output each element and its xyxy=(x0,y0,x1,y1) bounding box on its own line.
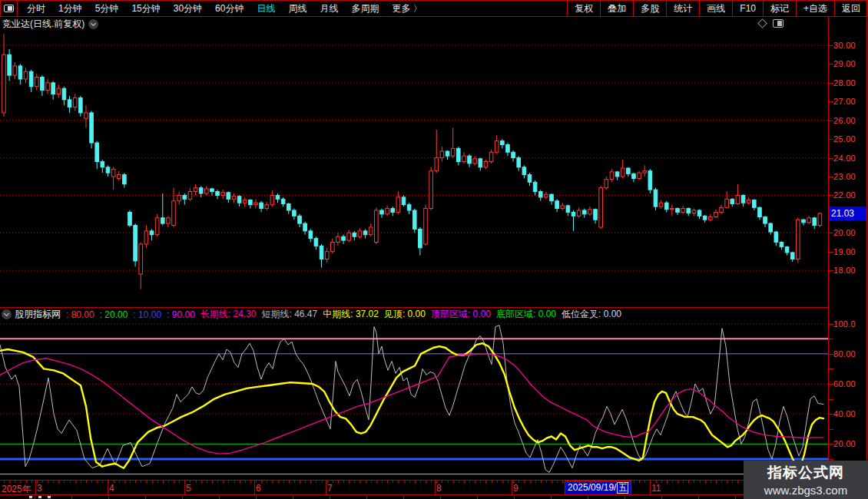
bar-tick xyxy=(152,481,153,483)
bar-tick xyxy=(574,481,575,483)
bar-tick xyxy=(601,481,601,483)
price-axis-label: 29.00 xyxy=(833,59,856,68)
clipped-tick xyxy=(330,496,330,499)
title-dropdown-button[interactable] xyxy=(88,19,98,29)
menu-item-tool-6[interactable]: 标记 xyxy=(763,1,796,16)
bar-tick xyxy=(678,481,678,483)
candlestick-chart[interactable] xyxy=(0,31,828,307)
bar-tick xyxy=(530,481,531,483)
clipped-tick xyxy=(35,496,35,499)
bar-tick xyxy=(590,481,591,483)
bar-tick xyxy=(58,481,59,483)
bar-tick xyxy=(4,481,5,483)
indicator-value-3: : 10.00 xyxy=(133,309,161,320)
bar-tick xyxy=(502,481,503,483)
bar-tick xyxy=(393,481,393,483)
bar-tick xyxy=(261,481,262,483)
month-separator xyxy=(435,481,436,495)
clipped-tick xyxy=(219,496,220,499)
timeframe-menu: 分时1分钟5分钟15分钟30分钟60分钟日线周线月线多周期更多 〉 xyxy=(18,1,432,16)
bar-tick xyxy=(595,481,596,483)
bar-tick xyxy=(250,481,251,483)
indicator-value-10: 底部区域: 0.00 xyxy=(496,308,556,321)
bar-tick xyxy=(359,481,360,483)
bar-tick xyxy=(656,481,657,483)
bar-tick xyxy=(700,481,701,483)
clipped-tick xyxy=(293,496,293,499)
bar-tick xyxy=(327,481,328,483)
menu-item-timeframe-3[interactable]: 15分钟 xyxy=(131,2,160,15)
bar-tick xyxy=(453,481,454,483)
menu-item-timeframe-8[interactable]: 月线 xyxy=(320,2,338,15)
year-label: 2025年 xyxy=(2,483,31,496)
watermark-url: www.zbgs3.com xyxy=(764,484,847,497)
bar-tick xyxy=(557,481,558,483)
bar-tick xyxy=(272,481,273,483)
menu-item-tool-7[interactable]: +自选 xyxy=(796,1,834,16)
menu-item-timeframe-7[interactable]: 周线 xyxy=(288,2,306,15)
bar-tick xyxy=(349,481,350,483)
window-right-border xyxy=(866,0,867,499)
layout-toggle-button[interactable] xyxy=(1,1,18,16)
indicator-value-11: 低位金叉: 0.00 xyxy=(562,308,621,321)
axis-tick xyxy=(829,368,833,369)
bar-tick xyxy=(207,481,207,483)
bar-tick xyxy=(37,481,38,483)
bar-tick xyxy=(15,481,15,483)
price-axis: 30.0029.0028.0027.0026.0025.0024.0023.00… xyxy=(828,17,868,495)
menu-item-tool-4[interactable]: 画线 xyxy=(699,1,732,16)
menu-item-tool-5[interactable]: F10 xyxy=(732,1,763,16)
bar-tick xyxy=(26,481,27,483)
top-menu-bar: 分时1分钟5分钟15分钟30分钟60分钟日线周线月线多周期更多 〉 复权叠加多股… xyxy=(0,0,868,17)
menu-item-timeframe-0[interactable]: 分时 xyxy=(27,2,45,15)
bar-tick xyxy=(667,481,668,483)
bar-tick xyxy=(382,481,383,483)
clipped-tick xyxy=(588,496,588,499)
axis-tick xyxy=(829,429,833,430)
clipped-tick xyxy=(256,496,257,499)
menu-item-timeframe-2[interactable]: 5分钟 xyxy=(95,2,119,15)
menu-item-tool-0[interactable]: 复权 xyxy=(567,1,600,16)
menu-item-timeframe-10[interactable]: 更多 〉 xyxy=(392,2,422,15)
menu-item-tool-1[interactable]: 叠加 xyxy=(600,1,633,16)
bar-tick xyxy=(245,481,246,483)
price-axis-label: 27.00 xyxy=(833,97,856,106)
menu-item-tool-3[interactable]: 统计 xyxy=(666,1,699,16)
bar-tick xyxy=(442,481,442,483)
bar-tick xyxy=(48,481,48,483)
bar-tick xyxy=(431,481,432,483)
month-label: 7 xyxy=(327,483,333,494)
menu-item-timeframe-4[interactable]: 30分钟 xyxy=(174,2,202,15)
bar-tick xyxy=(409,481,410,483)
menu-item-timeframe-9[interactable]: 多周期 xyxy=(351,2,379,15)
menu-item-timeframe-6[interactable]: 日线 xyxy=(257,2,275,15)
indicator-dropdown-button[interactable] xyxy=(2,309,12,319)
month-separator xyxy=(512,481,512,495)
price-axis-label: 23.00 xyxy=(833,172,856,181)
price-axis-label: 22.00 xyxy=(833,190,856,200)
bar-tick xyxy=(475,481,475,483)
month-label: 6 xyxy=(256,483,261,494)
bar-tick xyxy=(256,481,257,483)
split-pane-icon xyxy=(4,5,14,12)
bar-tick xyxy=(119,481,120,483)
bar-tick xyxy=(135,481,136,483)
menu-item-timeframe-5[interactable]: 60分钟 xyxy=(215,2,244,15)
menu-item-timeframe-1[interactable]: 1分钟 xyxy=(58,2,82,15)
indicator-panel[interactable] xyxy=(0,321,828,480)
bar-tick xyxy=(42,481,43,483)
bar-tick xyxy=(420,481,421,483)
split-pane-icon[interactable] xyxy=(773,19,784,28)
bar-tick xyxy=(711,481,711,483)
diamond-icon[interactable] xyxy=(757,18,767,28)
bar-tick xyxy=(732,481,733,483)
indicator-header: 股朋指标网: 80.00: 20.00: 10.00: 90.00长期线: 24… xyxy=(0,307,828,321)
bar-tick xyxy=(130,481,131,483)
menu-item-tool-8[interactable]: 返回 xyxy=(834,1,868,16)
trading-app-window: 分时1分钟5分钟15分钟30分钟60分钟日线周线月线多周期更多 〉 复权叠加多股… xyxy=(0,0,868,499)
bar-tick xyxy=(497,481,498,483)
indicator-value-8: 见顶: 0.00 xyxy=(384,308,426,321)
bar-tick xyxy=(485,481,486,483)
menu-item-tool-2[interactable]: 多股 xyxy=(633,1,666,16)
bar-tick xyxy=(97,481,98,483)
